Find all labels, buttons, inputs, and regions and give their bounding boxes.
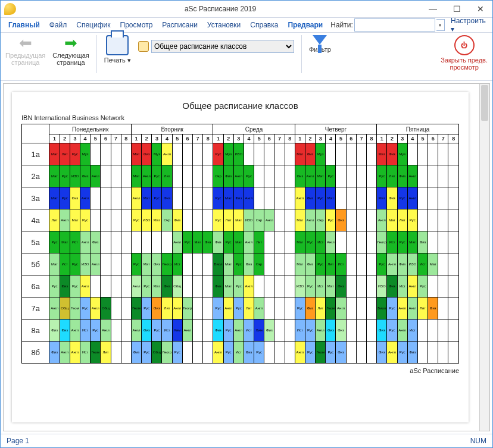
configure-menu[interactable]: Настроить ▾	[451, 17, 489, 33]
period-header: 7	[356, 134, 366, 143]
timetable-cell	[356, 209, 366, 231]
timetable-cell	[346, 342, 356, 364]
timetable-cell	[417, 143, 428, 165]
timetable-cell: Ист	[162, 319, 172, 342]
timetable-cell: Рус	[305, 275, 315, 297]
timetable-cell: Рус	[131, 209, 141, 231]
timetable-cell	[254, 187, 264, 209]
timetable-cell	[142, 231, 152, 253]
next-page-button[interactable]: ➡ Следующая страница	[52, 35, 89, 66]
close-button[interactable]: ✕	[469, 1, 492, 17]
timetable-cell	[448, 209, 459, 231]
vertical-scrollbar[interactable]	[479, 84, 489, 431]
timetable-cell: Лит	[316, 297, 326, 319]
timetable-cell	[428, 231, 438, 253]
timetable-cell	[417, 187, 428, 209]
status-page: Page 1	[7, 437, 29, 445]
timetable-cell	[356, 165, 366, 187]
timetable-cell: Мат	[223, 253, 233, 275]
timetable-cell: Англ	[162, 143, 172, 165]
timetable-cell: Мат	[407, 231, 417, 253]
timetable-cell	[448, 187, 459, 209]
timetable-cell	[366, 253, 376, 275]
timetable-cell: Мат	[49, 187, 60, 209]
minimize-button[interactable]: —	[421, 1, 445, 17]
prev-page-button[interactable]: ⬅ Предыдущая страница	[5, 35, 45, 66]
timetable-cell: Мат	[142, 187, 152, 209]
timetable-cell: Рус	[233, 275, 244, 297]
timetable-cell: Лит	[417, 297, 428, 319]
report-select[interactable]: Общее расписание классов	[151, 40, 294, 53]
report-icon	[138, 41, 149, 52]
menu-item[interactable]: Главный	[4, 20, 44, 30]
separator	[96, 35, 97, 73]
timetable-cell: Англ	[407, 187, 417, 209]
timetable-cell: Окр	[213, 165, 223, 187]
timetable-cell: Рус	[172, 342, 182, 364]
scroll-thumb[interactable]	[481, 85, 488, 121]
timetable-cell	[162, 231, 172, 253]
period-header: 1	[295, 134, 305, 143]
timetable-cell	[192, 342, 202, 364]
arrow-left-icon: ⬅	[19, 35, 32, 51]
menu-item[interactable]: Просмотр	[116, 20, 157, 30]
print-button[interactable]: Печать ▾	[104, 35, 131, 64]
timetable-cell	[203, 342, 213, 364]
timetable-cell	[366, 231, 376, 253]
menu-item[interactable]: Специфик	[72, 20, 114, 30]
timetable-cell	[203, 209, 213, 231]
search-input[interactable]	[354, 18, 435, 32]
timetable-cell	[203, 319, 213, 342]
timetable-cell: Ист	[336, 253, 346, 275]
class-row-label: 3а	[22, 187, 49, 209]
timetable-cell: Физ	[407, 342, 417, 364]
timetable-cell	[438, 275, 448, 297]
timetable-cell: Рус	[60, 187, 70, 209]
timetable-cell	[438, 187, 448, 209]
timetable-cell	[366, 342, 376, 364]
timetable-cell: Физ	[387, 143, 397, 165]
timetable-cell	[91, 275, 101, 297]
timetable-cell	[366, 165, 376, 187]
timetable-cell	[192, 253, 202, 275]
menu-item[interactable]: Файл	[45, 20, 71, 30]
report-combo: Общее расписание классов	[138, 40, 294, 53]
menu-item[interactable]: Расписани	[158, 20, 201, 30]
timetable-cell: Рус	[70, 275, 80, 297]
timetable-cell: Англ	[295, 342, 305, 364]
timetable-cell: Англ	[407, 275, 417, 297]
timetable-cell	[438, 342, 448, 364]
timetable-cell	[152, 231, 162, 253]
timetable-cell: Физ	[213, 319, 223, 342]
timetable-cell	[428, 275, 438, 297]
period-header: 3	[316, 134, 326, 143]
timetable-cell: Физ	[213, 231, 223, 253]
timetable-cell	[111, 209, 121, 231]
search-dropdown-icon[interactable]: ▾	[436, 19, 445, 31]
timetable-cell	[417, 209, 428, 231]
timetable-cell	[192, 165, 202, 187]
menu-item[interactable]: Справка	[246, 20, 282, 30]
timetable-cell: Англ	[387, 342, 397, 364]
timetable-cell: Геом	[131, 297, 141, 319]
timetable-cell: Общ	[101, 297, 111, 319]
timetable-cell	[121, 231, 131, 253]
close-preview-button[interactable]: ⏻ Закрыть предв. просмотр	[441, 35, 488, 71]
timetable-cell: Англ	[49, 297, 60, 319]
timetable-cell	[91, 143, 101, 165]
maximize-button[interactable]: ☐	[445, 1, 469, 17]
menu-item[interactable]: Установки	[203, 20, 245, 30]
timetable-cell: Физ	[91, 231, 101, 253]
menu-item[interactable]: Предвари	[283, 20, 327, 30]
period-header: 5	[417, 134, 428, 143]
timetable-cell: Рус	[305, 231, 315, 253]
timetable-cell	[448, 319, 459, 342]
timetable-cell	[192, 209, 202, 231]
timetable-cell	[111, 297, 121, 319]
period-header: 1	[377, 134, 387, 143]
timetable-cell: Физ	[60, 275, 70, 297]
timetable-cell: Англ	[407, 165, 417, 187]
filter-button[interactable]: Фильтр	[309, 35, 331, 53]
timetable-cell: Англ	[101, 319, 111, 342]
timetable-cell: Мат	[316, 165, 326, 187]
